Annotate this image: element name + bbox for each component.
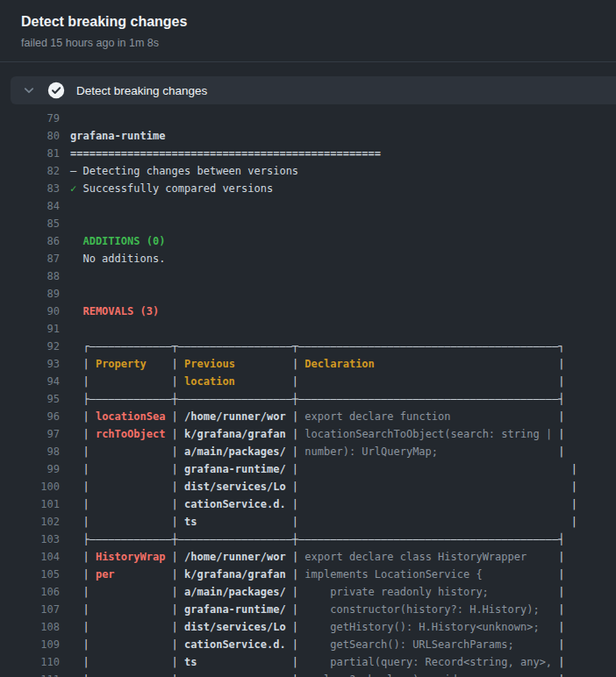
log-line: 94 | | location | |	[0, 373, 616, 390]
line-number[interactable]: 80	[0, 127, 60, 145]
line-content: ├—————————————┼——————————————————┼——————…	[70, 390, 565, 408]
log-line: 83✓ Successfully compared versions	[0, 180, 616, 197]
line-content: | Property | Previous | Declaration |	[70, 355, 565, 373]
log-line: 110 | | ts | partial(query: Record<strin…	[0, 653, 616, 671]
log-line: 85	[0, 215, 616, 232]
job-status-line: failed 15 hours ago in 1m 8s	[21, 36, 595, 50]
line-number[interactable]: 103	[0, 531, 60, 548]
line-content: | | a/main/packages/ | number): UrlQuery…	[70, 443, 565, 460]
log-line: 92 ┌—————————————┬——————————————————┬———…	[0, 338, 616, 355]
line-number[interactable]: 104	[0, 548, 60, 566]
line-number[interactable]: 111	[0, 671, 60, 677]
job-title: Detect breaking changes	[21, 12, 595, 32]
line-content: | rchToObject | k/grafana/grafan | locat…	[70, 425, 565, 443]
line-number[interactable]: 100	[0, 478, 60, 495]
line-number[interactable]: 90	[0, 303, 60, 320]
log-line: 86 ADDITIONS (0)	[0, 232, 616, 250]
log-line: 107 | | grafana-runtime/ | constructor(h…	[0, 601, 616, 618]
log-line: 104 | HistoryWrap | /home/runner/wor | e…	[0, 548, 616, 566]
line-number[interactable]: 83	[0, 180, 60, 197]
line-content: ┌—————————————┬——————————————————┬——————…	[70, 338, 565, 355]
line-number[interactable]: 94	[0, 373, 60, 390]
line-content: | | grafana-runtime/ | |	[70, 460, 577, 478]
log-container: 7980grafana-runtime81===================…	[0, 104, 616, 677]
line-content: | | cationService.d. | getSearch(): URLS…	[70, 636, 565, 653]
line-number[interactable]: 99	[0, 460, 60, 478]
line-number[interactable]: 91	[0, 320, 60, 338]
line-number[interactable]: 82	[0, 162, 60, 180]
log-line: 95 ├—————————————┼——————————————————┼———…	[0, 390, 616, 408]
line-content: ADDITIONS (0)	[70, 232, 165, 250]
log-line: 93 | Property | Previous | Declaration |	[0, 355, 616, 373]
line-number[interactable]: 98	[0, 443, 60, 460]
line-number[interactable]: 89	[0, 285, 60, 303]
line-number[interactable]: 107	[0, 601, 60, 618]
log-line: 103 ├—————————————┼——————————————————┼——…	[0, 531, 616, 548]
chevron-down-icon	[22, 83, 36, 97]
log-line: 101 | | cationService.d. | |	[0, 495, 616, 513]
line-number[interactable]: 86	[0, 232, 60, 250]
line-content: | | dist/services/Lo | getHistory(): H.H…	[70, 618, 565, 636]
line-number[interactable]: 108	[0, 618, 60, 636]
line-content: | | grafana-runtime/ | constructor(histo…	[70, 601, 565, 618]
line-content: | per | k/grafana/grafan | implements Lo…	[70, 566, 565, 583]
line-content: ✓ Successfully compared versions	[70, 180, 273, 197]
log-line: 89	[0, 285, 616, 303]
line-content: | | ts | partial(query: Record<string, a…	[70, 653, 565, 671]
line-number[interactable]: 105	[0, 566, 60, 583]
log-line: 96 | locationSea | /home/runner/wor | ex…	[0, 408, 616, 425]
line-number[interactable]: 81	[0, 145, 60, 162]
line-number[interactable]: 85	[0, 215, 60, 232]
line-number[interactable]: 102	[0, 513, 60, 531]
log-line: 84	[0, 197, 616, 215]
line-number[interactable]: 106	[0, 583, 60, 601]
line-number[interactable]: 101	[0, 495, 60, 513]
line-content: | | | replace?: boolean): void; |	[70, 671, 565, 677]
line-content: | locationSea | /home/runner/wor | expor…	[70, 408, 565, 425]
log-line: 88	[0, 267, 616, 285]
line-content: | | cationService.d. | |	[70, 495, 577, 513]
line-number[interactable]: 92	[0, 338, 60, 355]
line-content: | | location | |	[70, 373, 565, 390]
line-number[interactable]: 93	[0, 355, 60, 373]
line-number[interactable]: 97	[0, 425, 60, 443]
log-line: 82– Detecting changes between versions	[0, 162, 616, 180]
log-line: 97 | rchToObject | k/grafana/grafan | lo…	[0, 425, 616, 443]
line-content: | | dist/services/Lo | |	[70, 478, 577, 495]
header-divider	[0, 61, 616, 62]
log-line: 106 | | a/main/packages/ | private reado…	[0, 583, 616, 601]
line-number[interactable]: 96	[0, 408, 60, 425]
line-content: | | ts | |	[70, 513, 577, 531]
page: Detect breaking changes failed 15 hours …	[0, 0, 616, 677]
line-number[interactable]: 95	[0, 390, 60, 408]
line-number[interactable]: 84	[0, 197, 60, 215]
job-header: Detect breaking changes failed 15 hours …	[0, 0, 616, 50]
line-content: – Detecting changes between versions	[70, 162, 298, 180]
log-line: 105 | per | k/grafana/grafan | implement…	[0, 566, 616, 583]
log-line: 79	[0, 110, 616, 127]
log-line: 80grafana-runtime	[0, 127, 616, 145]
log-line: 109 | | cationService.d. | getSearch(): …	[0, 636, 616, 653]
log-line: 100 | | dist/services/Lo | |	[0, 478, 616, 495]
log-line: 91	[0, 320, 616, 338]
step-title: Detect breaking changes	[76, 84, 207, 97]
line-number[interactable]: 88	[0, 267, 60, 285]
step-header[interactable]: Detect breaking changes	[11, 76, 616, 104]
line-number[interactable]: 109	[0, 636, 60, 653]
log-line: 90 REMOVALS (3)	[0, 303, 616, 320]
log-line: 99 | | grafana-runtime/ | |	[0, 460, 616, 478]
line-number[interactable]: 87	[0, 250, 60, 267]
line-number[interactable]: 79	[0, 110, 60, 127]
log-line: 108 | | dist/services/Lo | getHistory():…	[0, 618, 616, 636]
line-content: | | a/main/packages/ | private readonly …	[70, 583, 565, 601]
line-content: ========================================…	[70, 145, 381, 162]
log-line: 98 | | a/main/packages/ | number): UrlQu…	[0, 443, 616, 460]
line-content: REMOVALS (3)	[70, 303, 159, 320]
line-number[interactable]: 110	[0, 653, 60, 671]
check-circle-icon	[47, 82, 65, 99]
line-content: No additions.	[70, 250, 165, 267]
line-content: | HistoryWrap | /home/runner/wor | expor…	[70, 548, 565, 566]
log-line: 87 No additions.	[0, 250, 616, 267]
log-line: 111 | | | replace?: boolean): void; |	[0, 671, 616, 677]
line-content: ├—————————————┼——————————————————┼——————…	[70, 531, 565, 548]
